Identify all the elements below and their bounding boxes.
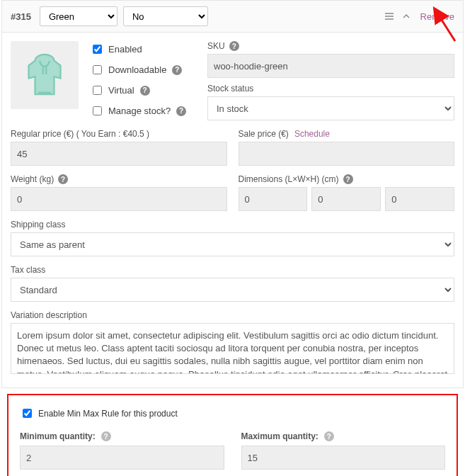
manage-stock-checkbox[interactable]: Manage stock?? (90, 104, 196, 118)
variation-attr1-select[interactable]: Green (40, 6, 117, 26)
help-icon: ? (140, 86, 150, 96)
min-qty-input[interactable] (20, 446, 224, 470)
sku-input[interactable] (207, 54, 454, 78)
min-qty-label: Minimum quantity: (20, 431, 96, 441)
enabled-checkbox[interactable]: Enabled (90, 42, 196, 56)
help-icon: ? (101, 431, 111, 441)
tax-class-label: Tax class (11, 265, 454, 275)
shipping-class-label: Shipping class (11, 220, 454, 230)
shipping-class-select[interactable]: Same as parent (11, 232, 454, 256)
help-icon: ? (176, 106, 186, 116)
help-icon: ? (343, 174, 353, 184)
regular-price-label: Regular price (€) ( You Earn : €40.5 ) (11, 129, 227, 139)
variation-attr2-select[interactable]: No (123, 6, 208, 26)
enable-minmax-checkbox[interactable]: Enable Min Max Rule for this product (20, 407, 445, 420)
description-textarea[interactable] (11, 323, 454, 374)
tax-class-select[interactable]: Standard (11, 278, 454, 302)
regular-price-input[interactable] (11, 142, 227, 166)
stock-status-select[interactable]: In stock (207, 96, 454, 120)
sale-price-input[interactable] (239, 142, 455, 166)
minmax-panel: Enable Min Max Rule for this product Min… (7, 394, 458, 476)
help-icon: ? (58, 174, 68, 184)
weight-label: Weight (kg) (11, 174, 54, 184)
variation-id: #315 (11, 11, 31, 22)
dim-h-input[interactable] (385, 187, 454, 211)
menu-icon[interactable] (384, 11, 395, 22)
dim-w-input[interactable] (311, 187, 381, 211)
sale-price-label: Sale price (€) (239, 129, 289, 139)
dim-l-input[interactable] (239, 187, 308, 211)
help-icon: ? (172, 65, 182, 75)
remove-link[interactable]: Remove (420, 11, 454, 22)
max-qty-label: Maximum quantity: (241, 431, 318, 441)
help-icon: ? (229, 41, 239, 51)
schedule-link[interactable]: Schedule (294, 129, 330, 139)
downloadable-checkbox[interactable]: Downloadable? (90, 63, 196, 76)
stock-status-label: Stock status (207, 84, 454, 94)
description-label: Variation description (11, 310, 454, 320)
sku-label: SKU (207, 41, 225, 51)
help-icon: ? (324, 431, 334, 441)
virtual-checkbox[interactable]: Virtual? (90, 84, 196, 97)
dimensions-label: Dimensions (L×W×H) (cm) (239, 174, 339, 184)
collapse-icon[interactable] (401, 11, 412, 22)
weight-input[interactable] (11, 187, 227, 211)
max-qty-input[interactable] (241, 446, 446, 470)
variation-image[interactable] (11, 41, 79, 109)
